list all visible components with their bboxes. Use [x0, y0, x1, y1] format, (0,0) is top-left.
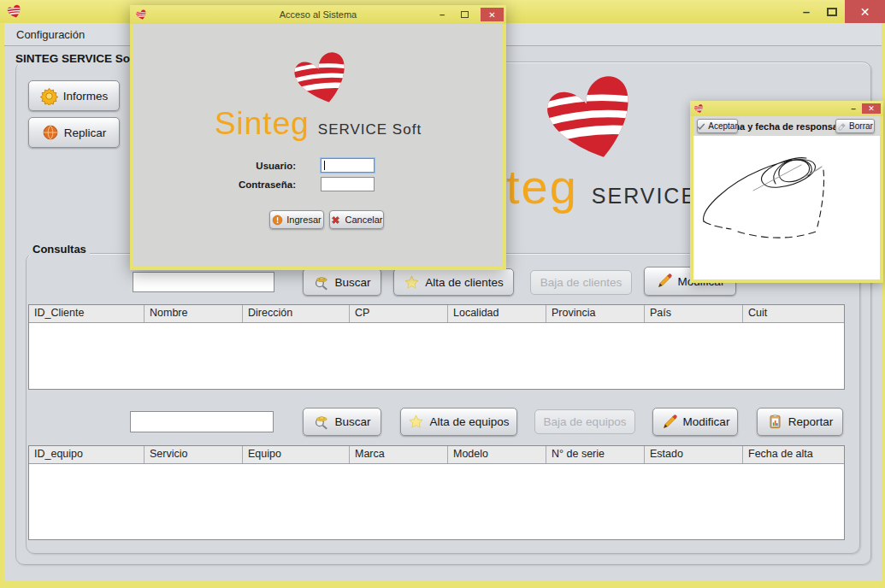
column-header[interactable]: Marca	[350, 446, 448, 463]
app-group-title: SINTEG SERVICE Soft	[12, 52, 141, 65]
clients-alta-button[interactable]: Alta de clientes	[393, 268, 514, 296]
equipment-search-input[interactable]	[130, 411, 274, 432]
contrasena-field[interactable]	[321, 177, 375, 191]
alta-equipos-label: Alta de equipos	[429, 415, 509, 428]
ingresar-button[interactable]: Ingresar	[269, 210, 324, 229]
maximize-button[interactable]	[451, 11, 477, 18]
close-icon: ✕	[860, 5, 870, 19]
signature-toolbar: Firma y fecha de responsable. Aceptar Bo…	[693, 116, 880, 136]
brand-heart-icon	[289, 46, 356, 108]
login-dialog: Acceso al Sistema – ✕ Sinteg SERVICE Sof…	[130, 5, 506, 270]
column-header[interactable]: Modelo	[448, 446, 546, 463]
search-icon	[313, 274, 329, 291]
column-header[interactable]: ID_equipo	[29, 446, 145, 463]
minimize-button[interactable]: –	[848, 104, 858, 114]
reportar-label: Reportar	[788, 415, 834, 428]
brand-logo: Sinteg SERVICE Soft	[133, 106, 503, 142]
cancel-x-icon	[330, 215, 341, 226]
clients-baja-button: Baja de clientes	[530, 270, 632, 295]
menu-configuracion[interactable]: Configuración	[4, 23, 90, 45]
gear-icon	[40, 87, 58, 105]
clients-search-input[interactable]	[133, 272, 274, 292]
signature-canvas[interactable]	[693, 136, 880, 279]
brand-product: SERVICE Soft	[318, 121, 422, 138]
column-header[interactable]: ID_Cliente	[29, 305, 145, 322]
signature-window: – ✕ Firma y fecha de responsable. Acepta…	[690, 101, 883, 283]
column-header[interactable]: N° de serie	[546, 446, 645, 463]
app-logo-icon	[693, 103, 705, 114]
buscar-label: Buscar	[334, 276, 370, 289]
column-header[interactable]: Provincia	[546, 305, 645, 322]
check-icon	[697, 122, 705, 131]
app-logo-icon	[6, 3, 23, 19]
aceptar-label: Aceptar	[708, 121, 737, 131]
search-icon	[313, 414, 329, 430]
column-header[interactable]: Dirección	[243, 305, 350, 322]
equipment-buscar-button[interactable]: Buscar	[303, 408, 381, 436]
minimize-button[interactable]: –	[794, 4, 819, 19]
minimize-button[interactable]: –	[436, 9, 448, 20]
equipment-modificar-button[interactable]: Modificar	[652, 408, 738, 436]
cancelar-button[interactable]: Cancelar	[329, 210, 384, 229]
baja-equipos-label: Baja de equipos	[544, 415, 627, 428]
borrar-label: Borrar	[849, 121, 873, 131]
signature-titlebar: – ✕	[690, 101, 883, 116]
maximize-icon	[827, 8, 837, 16]
replicar-label: Replicar	[64, 126, 107, 139]
clients-buscar-button[interactable]: Buscar	[303, 268, 381, 296]
signature-drawing	[693, 136, 880, 279]
brand-name: Sinteg	[215, 106, 310, 142]
close-button[interactable]: ✕	[481, 8, 504, 21]
alta-clientes-label: Alta de clientes	[425, 276, 504, 289]
column-header[interactable]: Equipo	[243, 446, 350, 463]
ingresar-label: Ingresar	[286, 215, 321, 225]
clients-table-header: ID_Cliente Nombre Dirección CP Localidad…	[29, 305, 844, 323]
usuario-label: Usuario:	[215, 161, 296, 171]
borrar-button[interactable]: Borrar	[835, 119, 875, 133]
column-header[interactable]: País	[645, 305, 743, 322]
equipment-alta-button[interactable]: Alta de equipos	[400, 408, 517, 436]
column-header[interactable]: Fecha de alta	[743, 446, 844, 463]
informes-label: Informes	[63, 90, 109, 103]
aceptar-button[interactable]: Aceptar	[697, 119, 738, 133]
dialog-body: Sinteg SERVICE Soft Usuario: Contraseña:…	[133, 24, 503, 267]
informes-button[interactable]: Informes	[28, 80, 120, 111]
maximize-icon	[461, 11, 469, 18]
consultas-group-title: Consultas	[29, 243, 90, 256]
replicar-button[interactable]: Replicar	[28, 117, 120, 148]
close-icon: ✕	[868, 104, 875, 113]
modificar-equipos-label: Modificar	[683, 415, 730, 428]
close-button[interactable]: ✕	[845, 0, 885, 23]
buscar-label: Buscar	[334, 415, 370, 428]
column-header[interactable]: Localidad	[448, 305, 546, 322]
equipment-table: ID_equipo Servicio Equipo Marca Modelo N…	[28, 445, 845, 540]
power-icon	[272, 215, 283, 226]
baja-clientes-label: Baja de clientes	[540, 276, 622, 289]
dialog-titlebar: Acceso al Sistema – ✕	[130, 5, 506, 24]
contrasena-label: Contraseña:	[215, 179, 296, 190]
cancelar-label: Cancelar	[345, 215, 382, 225]
column-header[interactable]: Nombre	[145, 305, 243, 322]
column-header[interactable]: CP	[350, 305, 448, 322]
clients-table: ID_Cliente Nombre Dirección CP Localidad…	[28, 304, 845, 390]
pencil-icon	[656, 273, 673, 290]
column-header[interactable]: Servicio	[145, 446, 243, 463]
equipment-baja-button: Baja de equipos	[534, 409, 635, 434]
column-header[interactable]: Cuit	[743, 305, 844, 322]
eraser-icon	[837, 122, 847, 131]
globe-icon	[42, 124, 59, 141]
star-icon	[408, 414, 424, 430]
brand-heart-icon	[523, 67, 662, 166]
column-header[interactable]: Estado	[645, 446, 743, 463]
report-icon	[767, 414, 783, 430]
usuario-field[interactable]	[321, 158, 375, 173]
maximize-button[interactable]	[819, 8, 845, 16]
close-button[interactable]: ✕	[862, 103, 881, 114]
equipment-table-header: ID_equipo Servicio Equipo Marca Modelo N…	[29, 446, 844, 464]
pencil-icon	[661, 414, 678, 431]
star-icon	[404, 274, 420, 291]
equipment-reportar-button[interactable]: Reportar	[757, 408, 843, 436]
close-icon: ✕	[488, 10, 495, 20]
